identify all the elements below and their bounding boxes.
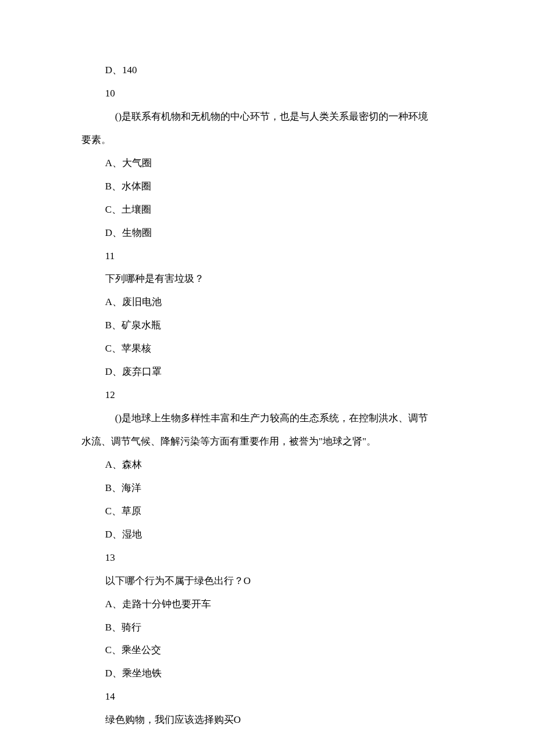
option-c: C、草原 (81, 500, 454, 523)
question-text: ()是联系有机物和无机物的中心环节，也是与人类关系最密切的一种环境 (81, 105, 454, 128)
option-d: D、湿地 (81, 523, 454, 546)
option-b: B、海洋 (81, 476, 454, 500)
option-a: A、废旧电池 (81, 291, 454, 314)
question-number: 13 (81, 546, 454, 569)
option-a: A、森林 (81, 453, 454, 476)
question-text: 以下哪个行为不属于绿色出行？O (81, 569, 454, 593)
option-d: D、乘坐地铁 (81, 662, 454, 685)
option-c: C、土壤圈 (81, 198, 454, 221)
text-line: D、140 (81, 59, 454, 82)
question-number: 11 (81, 245, 454, 268)
option-d: D、废弃口罩 (81, 360, 454, 384)
question-text-continuation: 水流、调节气候、降解污染等方面有重要作用，被誉为"地球之肾"。 (81, 430, 454, 453)
document-content: D、140 10 ()是联系有机物和无机物的中心环节，也是与人类关系最密切的一种… (81, 59, 454, 732)
option-b: B、骑行 (81, 616, 454, 639)
question-text: 绿色购物，我们应该选择购买O (81, 708, 454, 732)
option-a: A、走路十分钟也要开车 (81, 593, 454, 616)
option-d: D、生物圈 (81, 221, 454, 245)
option-b: B、矿泉水瓶 (81, 314, 454, 337)
option-a: A、大气圈 (81, 152, 454, 175)
question-number: 10 (81, 82, 454, 105)
question-text: ()是地球上生物多样性丰富和生产力较高的生态系统，在控制洪水、调节 (81, 407, 454, 430)
question-number: 14 (81, 685, 454, 708)
question-number: 12 (81, 384, 454, 407)
question-text: 下列哪种是有害垃圾？ (81, 267, 454, 291)
option-c: C、苹果核 (81, 337, 454, 360)
option-b: B、水体圈 (81, 175, 454, 198)
option-c: C、乘坐公交 (81, 639, 454, 662)
question-text-continuation: 要素。 (81, 128, 454, 152)
